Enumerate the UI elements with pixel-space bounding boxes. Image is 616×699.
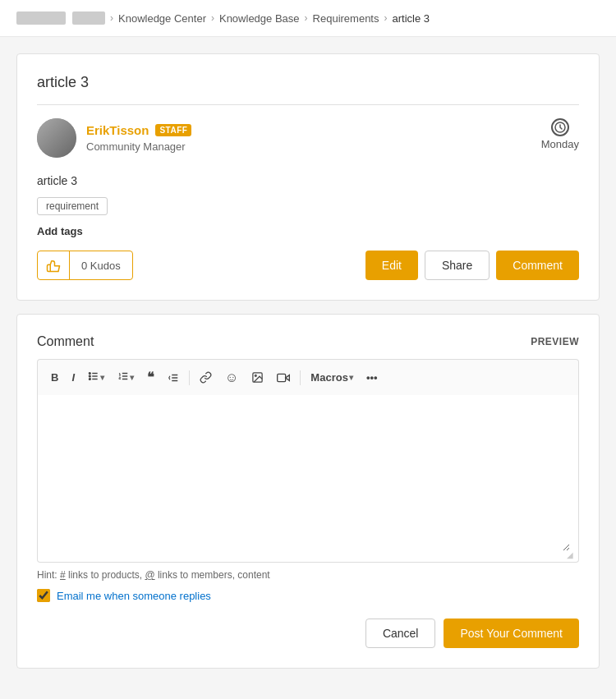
post-comment-button[interactable]: Post Your Comment: [444, 619, 579, 648]
resize-handle: ◢: [567, 550, 575, 559]
toolbar-emoji[interactable]: ☺: [220, 367, 243, 389]
numbered-chevron: ▾: [130, 373, 134, 382]
breadcrumb-requirements[interactable]: Requirements: [313, 12, 379, 25]
action-buttons: Edit Share Comment: [365, 251, 579, 280]
hint-at[interactable]: @: [145, 569, 154, 581]
breadcrumb-sep-1: ›: [110, 12, 113, 24]
article-card: article 3 ErikTisson STAFF Community Man…: [16, 53, 600, 301]
toolbar-quote[interactable]: ❝: [142, 366, 159, 389]
comment-textarea[interactable]: [46, 403, 570, 551]
svg-point-6: [89, 379, 90, 380]
email-label[interactable]: Email me when someone replies: [57, 590, 211, 602]
kudos-icon: [38, 251, 70, 279]
toolbar-bold[interactable]: B: [46, 368, 63, 387]
tags-row: requirement: [37, 197, 579, 215]
comment-card: Comment PREVIEW B I ▾: [16, 314, 600, 669]
hint-hash-text: links to products,: [66, 569, 145, 581]
logo: [16, 11, 105, 25]
divider: [37, 104, 579, 105]
comment-title: Comment: [37, 334, 94, 349]
breadcrumb-sep-4: ›: [384, 12, 387, 24]
logo-text: [72, 11, 105, 25]
toolbar-more[interactable]: •••: [361, 368, 383, 387]
hint-hash[interactable]: #: [60, 569, 66, 581]
toolbar-numbered[interactable]: ▾: [113, 367, 139, 388]
svg-point-5: [89, 375, 90, 377]
toolbar-link[interactable]: [195, 368, 217, 387]
tag-requirement[interactable]: requirement: [37, 197, 108, 215]
add-tags-label[interactable]: Add tags: [37, 225, 579, 237]
email-checkbox[interactable]: [37, 589, 50, 602]
avatar-image: [37, 118, 76, 158]
logo-image: [16, 11, 66, 25]
article-body-title: article 3: [37, 174, 579, 187]
date-icon: [551, 118, 569, 136]
kudos-count: 0 Kudos: [70, 253, 132, 278]
breadcrumb-sep-2: ›: [211, 12, 214, 24]
toolbar-outdent[interactable]: [163, 369, 184, 387]
date-label: Monday: [541, 138, 579, 150]
toolbar-separator-1: [189, 370, 190, 385]
toolbar-italic[interactable]: I: [67, 368, 80, 387]
breadcrumb-sep-3: ›: [305, 12, 308, 24]
page-content: article 3 ErikTisson STAFF Community Man…: [0, 37, 616, 685]
breadcrumb-knowledge-base[interactable]: Knowledge Base: [219, 12, 300, 25]
macros-chevron: ▾: [349, 373, 353, 382]
macros-label: Macros: [310, 371, 348, 384]
svg-rect-16: [278, 374, 286, 381]
author-left: ErikTisson STAFF Community Manager: [37, 118, 191, 158]
editor-toolbar: B I ▾ ▾ ❝: [37, 359, 579, 395]
author-info: ErikTisson STAFF Community Manager: [86, 123, 191, 153]
breadcrumb: › Knowledge Center › Knowledge Base › Re…: [0, 0, 616, 37]
author-name-row: ErikTisson STAFF: [86, 123, 191, 137]
svg-marker-15: [286, 375, 290, 380]
toolbar-image[interactable]: [246, 368, 269, 387]
toolbar-macros[interactable]: Macros ▾: [306, 368, 358, 387]
svg-point-14: [255, 375, 257, 376]
bullets-icon: [88, 370, 99, 384]
author-row: ErikTisson STAFF Community Manager Monda…: [37, 118, 579, 158]
action-row: 0 Kudos Edit Share Comment: [37, 251, 579, 280]
kudos-button[interactable]: 0 Kudos: [37, 251, 133, 280]
comment-header: Comment PREVIEW: [37, 334, 579, 349]
comment-button[interactable]: Comment: [496, 251, 579, 280]
bullets-chevron: ▾: [100, 373, 104, 382]
email-row: Email me when someone replies: [37, 589, 579, 602]
breadcrumb-knowledge-center[interactable]: Knowledge Center: [118, 12, 206, 25]
hint-prefix: Hint:: [37, 569, 60, 581]
date-section: Monday: [541, 118, 579, 150]
edit-button[interactable]: Edit: [365, 251, 418, 280]
hint-at-text: links to members, content: [155, 569, 270, 581]
avatar: [37, 118, 76, 158]
breadcrumb-current: article 3: [392, 12, 430, 25]
article-title: article 3: [37, 74, 579, 91]
cancel-button[interactable]: Cancel: [365, 619, 436, 648]
toolbar-bullets[interactable]: ▾: [83, 367, 109, 388]
author-role: Community Manager: [86, 140, 191, 153]
toolbar-separator-2: [300, 370, 301, 385]
hint-text: Hint: # links to products, @ links to me…: [37, 569, 579, 581]
svg-point-4: [89, 373, 90, 375]
toolbar-video[interactable]: [272, 368, 295, 388]
author-name[interactable]: ErikTisson: [86, 123, 149, 137]
numbered-icon: [117, 370, 129, 384]
preview-link[interactable]: PREVIEW: [531, 336, 579, 347]
share-button[interactable]: Share: [425, 251, 490, 280]
editor-area[interactable]: ◢: [37, 395, 579, 563]
staff-badge: STAFF: [155, 124, 191, 136]
bottom-actions: Cancel Post Your Comment: [37, 619, 579, 648]
